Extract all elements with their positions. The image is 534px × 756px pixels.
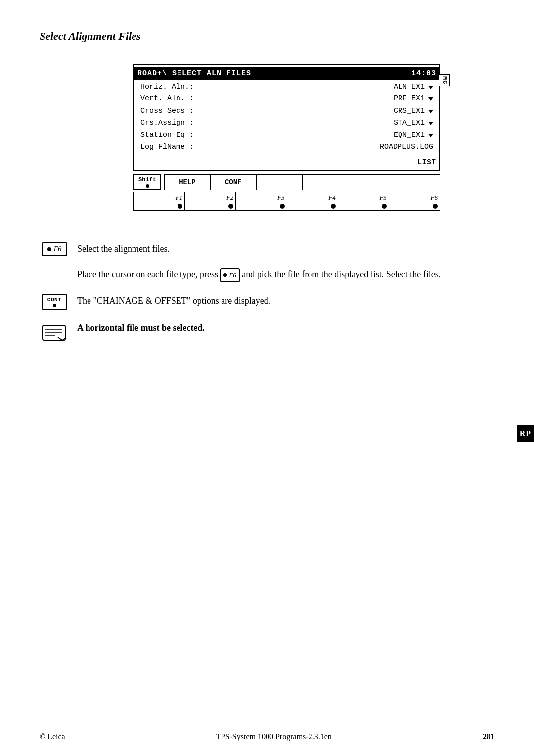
step4-text: A horizontal file must be selected. — [77, 321, 494, 335]
softkey-4[interactable] — [303, 175, 349, 190]
fkey-f6-dot — [433, 204, 438, 209]
softkey-5[interactable] — [348, 175, 394, 190]
shift-softkey-row: Shift HELP CONF — [134, 174, 440, 190]
footer-right: 281 — [483, 732, 494, 741]
section-title: Select Alignment Files — [40, 30, 141, 43]
lcd-row-cross: Cross Secs : CRS_EX1 — [137, 105, 436, 118]
lcd-body: Horiz. Aln.: ALN_EX1 Vert. Aln. : PRF_EX… — [134, 80, 439, 155]
fkey-f5-dot — [382, 204, 387, 209]
lcd-row-log: Log FlName : ROADPLUS.LOG — [137, 141, 436, 154]
fkey-f2-label: F2 — [226, 194, 233, 202]
lcd-label-station: Station Eq : — [140, 130, 200, 141]
rp-tab: RP — [517, 425, 534, 442]
lcd-label-vert: Vert. Aln. : — [140, 93, 200, 105]
fkey-f3[interactable]: F3 — [236, 192, 287, 210]
step1-icon: F6 — [40, 242, 69, 256]
fkey-f4-dot — [331, 204, 336, 209]
lcd-value-crs: STA_EX1 — [200, 118, 433, 129]
shift-key[interactable]: Shift — [134, 174, 161, 190]
lcd-row-crs: Crs.Assign : STA_EX1 — [137, 117, 436, 130]
instruction-step4: A horizontal file must be selected. — [40, 321, 494, 344]
list-button[interactable]: LIST — [417, 157, 436, 167]
lcd-header: ROAD+\ SELECT ALN FILES 14:03 — [134, 67, 439, 80]
dropdown-arrow-station — [428, 134, 433, 137]
step3-text: The "CHAINAGE & OFFSET" options are disp… — [77, 294, 494, 308]
instruction-step1: F6 Select the alignment files. — [40, 242, 494, 256]
instructions-area: F6 Select the alignment files. Place the… — [40, 242, 494, 356]
lcd-label-cross: Cross Secs : — [140, 106, 200, 117]
mc-label: MC — [439, 74, 450, 86]
lcd-bottom-bar: LIST — [134, 156, 439, 168]
instruction-step3: CONT The "CHAINAGE & OFFSET" options are… — [40, 294, 494, 310]
step1-text: Select the alignment files. — [77, 242, 494, 256]
instruction-step2: Place the cursor on each file type, pres… — [77, 268, 494, 282]
lcd-value-vert: PRF_EX1 — [200, 93, 433, 105]
fkey-f1[interactable]: F1 — [134, 192, 185, 210]
dropdown-arrow-cross — [428, 110, 433, 113]
lcd-label-log: Log FlName : — [140, 142, 200, 153]
f6-icon-dot — [47, 247, 51, 251]
softkey-6[interactable] — [394, 175, 440, 190]
softkey-conf[interactable]: CONF — [211, 175, 257, 190]
lcd-label-crs: Crs.Assign : — [140, 118, 200, 129]
f6-icon-label: F6 — [54, 245, 62, 253]
lcd-row-station: Station Eq : EQN_EX1 — [137, 130, 436, 142]
f6-inline-icon: F6 — [220, 268, 239, 282]
top-rule — [40, 24, 148, 24]
lcd-header-right: 14:03 — [411, 68, 436, 79]
shift-label: Shift — [138, 177, 156, 183]
hand-icon — [41, 321, 68, 344]
fkey-f2-dot — [228, 204, 233, 209]
dropdown-arrow-horiz — [428, 86, 433, 89]
footer-center: TPS-System 1000 Programs-2.3.1en — [216, 732, 332, 741]
fkey-f6[interactable]: F6 — [389, 192, 440, 210]
lcd-header-left: ROAD+\ SELECT ALN FILES — [137, 68, 251, 79]
softkey-bar: HELP CONF — [164, 174, 440, 190]
shift-dot — [146, 184, 149, 188]
lcd-row-vert: Vert. Aln. : PRF_EX1 — [137, 93, 436, 105]
fkey-f3-label: F3 — [277, 194, 284, 202]
dropdown-arrow-vert — [428, 97, 433, 101]
fkey-f4[interactable]: F4 — [287, 192, 338, 210]
fkey-f5-label: F5 — [379, 194, 386, 202]
step2-text: Place the cursor on each file type, pres… — [77, 268, 494, 282]
lcd-label-horiz: Horiz. Aln.: — [140, 82, 200, 93]
cont-large-icon: CONT — [42, 294, 67, 310]
f6-large-icon: F6 — [42, 242, 67, 256]
fkey-row: F1 F2 F3 F4 F5 F6 — [134, 192, 440, 211]
fkey-f1-dot — [178, 204, 182, 209]
softkey-help[interactable]: HELP — [165, 175, 211, 190]
fkey-f1-label: F1 — [176, 194, 182, 202]
fkey-f2[interactable]: F2 — [185, 192, 236, 210]
cont-icon-label: CONT — [47, 297, 61, 303]
footer: © Leica TPS-System 1000 Programs-2.3.1en… — [40, 728, 494, 741]
lcd-screen: MC ROAD+\ SELECT ALN FILES 14:03 Horiz. … — [134, 64, 440, 171]
lcd-value-horiz: ALN_EX1 — [200, 82, 433, 93]
device-container: MC ROAD+\ SELECT ALN FILES 14:03 Horiz. … — [134, 64, 440, 211]
lcd-value-cross: CRS_EX1 — [200, 106, 433, 117]
step3-icon: CONT — [40, 294, 69, 310]
f6-inline-label: F6 — [229, 270, 236, 280]
lcd-row-horiz: Horiz. Aln.: ALN_EX1 — [137, 81, 436, 93]
fkey-f4-label: F4 — [328, 194, 335, 202]
svg-rect-0 — [43, 325, 65, 340]
softkey-3[interactable] — [257, 175, 303, 190]
lcd-value-station: EQN_EX1 — [200, 130, 433, 141]
fkey-f3-dot — [280, 204, 285, 209]
cont-icon-dot — [53, 304, 56, 307]
fkey-f6-label: F6 — [431, 194, 438, 202]
lcd-value-log: ROADPLUS.LOG — [200, 142, 433, 153]
f6-inline-dot — [223, 273, 227, 277]
step4-icon — [40, 321, 69, 344]
dropdown-arrow-crs — [428, 122, 433, 125]
footer-left: © Leica — [40, 732, 65, 741]
fkey-f5[interactable]: F5 — [338, 192, 389, 210]
